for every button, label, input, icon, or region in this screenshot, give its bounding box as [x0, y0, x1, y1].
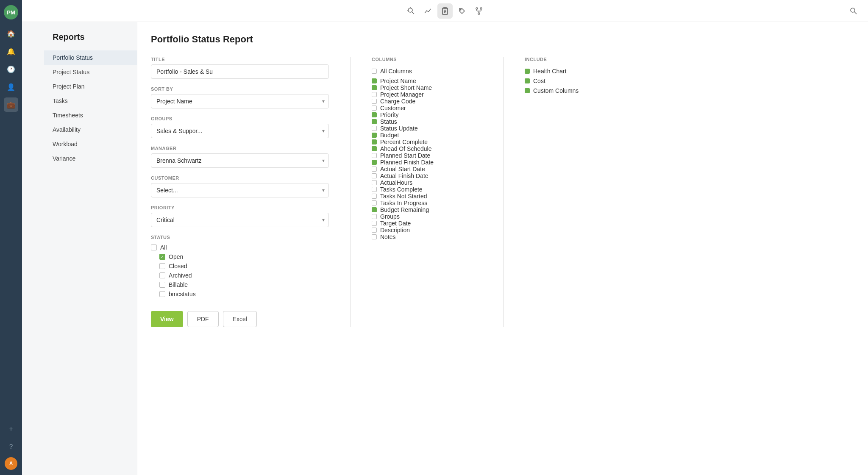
toolbar-scan-btn[interactable]	[403, 3, 419, 19]
column-checkbox[interactable]	[372, 119, 377, 124]
status-item[interactable]: bmcstatus	[151, 291, 329, 297]
column-checkbox[interactable]	[372, 234, 377, 239]
column-checkbox[interactable]	[372, 194, 377, 199]
search-icon[interactable]	[846, 3, 861, 19]
column-item[interactable]: Ahead Of Schedule	[372, 145, 479, 152]
column-item[interactable]: Status Update	[372, 125, 479, 132]
toolbar-tag-btn[interactable]	[454, 3, 470, 19]
title-input[interactable]	[151, 64, 329, 79]
column-checkbox[interactable]	[372, 126, 377, 131]
column-checkbox[interactable]	[372, 214, 377, 219]
status-item[interactable]: Archived	[151, 272, 329, 279]
column-item[interactable]: Budget	[372, 132, 479, 139]
nav-item-availability[interactable]: Availability	[44, 122, 137, 137]
groups-select[interactable]: Sales & Suppor...	[151, 124, 329, 138]
column-checkbox[interactable]	[372, 187, 377, 192]
nav-item-variance[interactable]: Variance	[44, 151, 137, 166]
column-item[interactable]: Priority	[372, 111, 479, 118]
column-checkbox[interactable]	[372, 173, 377, 178]
status-item[interactable]: Closed	[151, 263, 329, 269]
column-item[interactable]: Percent Complete	[372, 139, 479, 145]
column-item[interactable]: Tasks Not Started	[372, 193, 479, 200]
status-checkbox[interactable]	[159, 272, 165, 278]
column-checkbox[interactable]	[372, 221, 377, 226]
nav-help-icon[interactable]: ？	[4, 439, 18, 454]
nav-item-portfolio-status[interactable]: Portfolio Status	[44, 50, 137, 65]
column-checkbox[interactable]	[372, 153, 377, 158]
column-checkbox[interactable]	[372, 106, 377, 111]
column-item[interactable]: Project Manager	[372, 91, 479, 98]
include-item[interactable]: Custom Columns	[525, 87, 609, 94]
nav-add-icon[interactable]: ＋	[4, 422, 18, 436]
column-checkbox[interactable]	[372, 112, 377, 117]
nav-clock-icon[interactable]: 🕐	[4, 62, 18, 76]
nav-briefcase-icon[interactable]: 💼	[4, 97, 18, 112]
column-item[interactable]: Planned Start Date	[372, 152, 479, 159]
column-checkbox[interactable]	[372, 85, 377, 90]
column-checkbox[interactable]	[372, 139, 377, 144]
column-item[interactable]: Notes	[372, 233, 479, 240]
column-item[interactable]: Status	[372, 118, 479, 125]
column-checkbox[interactable]	[372, 207, 377, 212]
column-item[interactable]: Tasks In Progress	[372, 200, 479, 206]
column-item[interactable]: Planned Finish Date	[372, 159, 479, 166]
status-checkbox[interactable]	[159, 254, 165, 260]
toolbar-chart-btn[interactable]	[420, 3, 436, 19]
column-checkbox[interactable]	[372, 92, 377, 97]
sort-by-select[interactable]: Project Name	[151, 94, 329, 108]
column-checkbox[interactable]	[372, 160, 377, 165]
customer-field: CUSTOMER Select... ▾	[151, 175, 329, 197]
column-item[interactable]: Target Date	[372, 220, 479, 227]
priority-select[interactable]: Critical	[151, 213, 329, 227]
nav-item-workload[interactable]: Workload	[44, 137, 137, 151]
column-item[interactable]: Project Short Name	[372, 84, 479, 91]
status-item[interactable]: Billable	[151, 281, 329, 288]
status-checkbox[interactable]	[151, 244, 157, 250]
all-columns-checkbox[interactable]	[372, 69, 377, 74]
view-button[interactable]: View	[151, 311, 183, 327]
column-item[interactable]: Actual Finish Date	[372, 172, 479, 179]
nav-item-project-status[interactable]: Project Status	[44, 65, 137, 79]
status-item[interactable]: Open	[151, 253, 329, 260]
column-checkbox[interactable]	[372, 200, 377, 206]
column-item[interactable]: Budget Remaining	[372, 206, 479, 213]
column-checkbox[interactable]	[372, 133, 377, 138]
include-label: Custom Columns	[533, 87, 579, 94]
toolbar-fork-btn[interactable]	[471, 3, 487, 19]
column-checkbox[interactable]	[372, 180, 377, 185]
status-checkbox[interactable]	[159, 291, 165, 297]
column-item[interactable]: Actual Start Date	[372, 166, 479, 172]
nav-item-tasks[interactable]: Tasks	[44, 94, 137, 108]
column-item[interactable]: Project Name	[372, 78, 479, 84]
user-avatar[interactable]: A	[5, 457, 17, 470]
column-item[interactable]: Tasks Complete	[372, 186, 479, 193]
customer-select[interactable]: Select...	[151, 183, 329, 197]
column-item[interactable]: Groups	[372, 213, 479, 220]
column-checkbox[interactable]	[372, 228, 377, 233]
nav-item-project-plan[interactable]: Project Plan	[44, 79, 137, 94]
column-checkbox[interactable]	[372, 167, 377, 172]
pdf-button[interactable]: PDF	[187, 311, 219, 327]
column-checkbox[interactable]	[372, 99, 377, 104]
include-dot-icon	[525, 78, 530, 83]
column-item[interactable]: ActualHours	[372, 179, 479, 186]
column-checkbox[interactable]	[372, 146, 377, 151]
nav-home-icon[interactable]: 🏠	[4, 26, 18, 41]
status-checkbox[interactable]	[159, 263, 165, 269]
column-checkbox[interactable]	[372, 78, 377, 83]
nav-item-timesheets[interactable]: Timesheets	[44, 108, 137, 122]
include-item[interactable]: Health Chart	[525, 68, 609, 75]
column-item[interactable]: Customer	[372, 105, 479, 111]
status-item[interactable]: All	[151, 244, 329, 251]
excel-button[interactable]: Excel	[223, 311, 257, 327]
nav-people-icon[interactable]: 👤	[4, 80, 18, 94]
status-checkbox[interactable]	[159, 282, 165, 288]
include-item[interactable]: Cost	[525, 78, 609, 84]
svg-point-17	[851, 8, 855, 12]
toolbar-clipboard-btn[interactable]	[437, 3, 453, 19]
column-item[interactable]: Description	[372, 227, 479, 233]
manager-select[interactable]: Brenna Schwartz	[151, 153, 329, 168]
column-label: Actual Start Date	[380, 166, 425, 172]
column-item[interactable]: Charge Code	[372, 98, 479, 105]
nav-bell-icon[interactable]: 🔔	[4, 44, 18, 58]
